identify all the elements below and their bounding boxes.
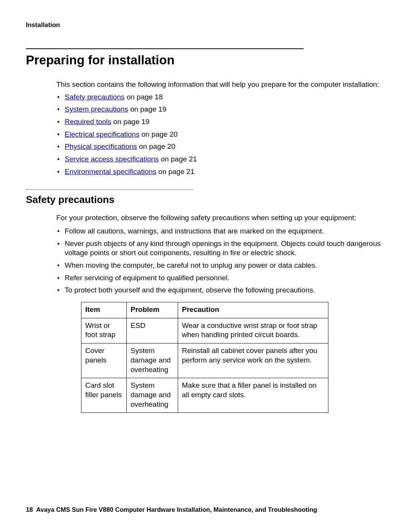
section-heading: Safety precautions — [26, 193, 385, 206]
toc-suffix: on page 20 — [139, 130, 177, 138]
doc-title: Avaya CMS Sun Fire V880 Computer Hardwar… — [36, 506, 317, 513]
th-problem: Problem — [127, 302, 178, 318]
toc-item: Safety precautions on page 18 — [56, 93, 385, 102]
section-rule — [26, 189, 193, 190]
running-header: Installation — [26, 21, 385, 29]
toc-item: Required tools on page 19 — [56, 117, 385, 127]
toc-list: Safety precautions on page 18 System pre… — [56, 93, 385, 177]
list-item: When moving the computer, be careful not… — [56, 261, 385, 270]
th-precaution: Precaution — [178, 302, 328, 318]
cell-item: Cover panels — [81, 343, 127, 378]
toc-link[interactable]: Required tools — [65, 118, 112, 126]
toc-suffix: on page 21 — [159, 155, 197, 163]
toc-suffix: on page 19 — [112, 118, 150, 126]
toc-link[interactable]: System precautions — [65, 105, 128, 113]
th-item: Item — [81, 302, 127, 318]
cell-item: Wrist or foot strap — [81, 318, 127, 343]
table-row: Cover panels System damage and overheati… — [81, 343, 328, 378]
cell-problem: System damage and overheating — [127, 343, 178, 378]
toc-suffix: on page 18 — [124, 93, 162, 101]
list-item: Follow all cautions, warnings, and instr… — [56, 227, 385, 236]
toc-item: Environmental specifications on page 21 — [56, 167, 385, 177]
toc-suffix: on page 21 — [156, 168, 194, 176]
toc-link[interactable]: Electrical specifications — [65, 130, 139, 138]
cell-precaution: Make sure that a filler panel is install… — [178, 378, 328, 413]
toc-item: System precautions on page 19 — [56, 105, 385, 114]
toc-link[interactable]: Environmental specifications — [65, 168, 156, 176]
precautions-table: Item Problem Precaution Wrist or foot st… — [81, 302, 328, 413]
list-item: To protect both yourself and the equipme… — [56, 286, 385, 295]
toc-link[interactable]: Physical specifications — [65, 142, 137, 150]
cell-problem: ESD — [127, 318, 178, 343]
toc-link[interactable]: Safety precautions — [65, 93, 124, 101]
toc-suffix: on page 19 — [128, 105, 166, 113]
toc-item: Service access specifications on page 21 — [56, 155, 385, 164]
cell-problem: System damage and overheating — [127, 378, 178, 413]
list-item: Never push objects of any kind through o… — [56, 239, 385, 258]
toc-suffix: on page 20 — [137, 142, 175, 150]
toc-item: Electrical specifications on page 20 — [56, 130, 385, 139]
table-row: Card slot filler panels System damage an… — [81, 378, 328, 413]
title-rule — [26, 48, 304, 49]
intro-text: This section contains the following info… — [56, 80, 385, 89]
cell-precaution: Wear a conductive wrist strap or foot st… — [178, 318, 328, 343]
cell-item: Card slot filler panels — [81, 378, 127, 413]
page-number: 18 — [26, 506, 33, 513]
page-footer: 18 Avaya CMS Sun Fire V880 Computer Hard… — [26, 506, 317, 514]
list-item: Refer servicing of equipment to qualifie… — [56, 273, 385, 283]
table-row: Wrist or foot strap ESD Wear a conductiv… — [81, 318, 328, 343]
page-title: Preparing for installation — [26, 52, 385, 69]
safety-list: Follow all cautions, warnings, and instr… — [56, 227, 385, 295]
toc-link[interactable]: Service access specifications — [65, 155, 159, 163]
toc-item: Physical specifications on page 20 — [56, 142, 385, 152]
cell-precaution: Reinstall all cabinet cover panels after… — [178, 343, 328, 378]
safety-intro: For your protection, observe the followi… — [56, 213, 385, 223]
